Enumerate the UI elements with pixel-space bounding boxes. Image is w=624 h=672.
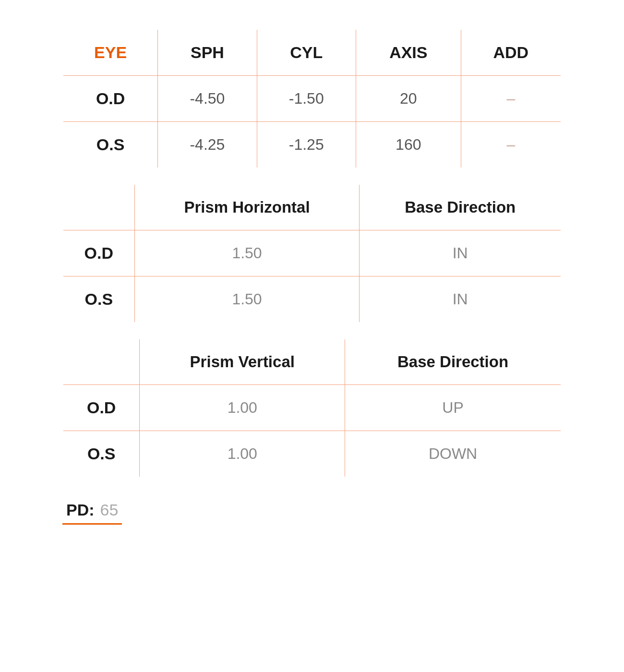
cyl-od: -1.50	[257, 76, 356, 122]
main-prescription-table: EYE SPH CYL AXIS ADD O.D -4.50 -1.50 20 …	[62, 29, 562, 168]
eye-od-3: O.D	[63, 385, 140, 431]
pd-section: PD: 65	[62, 493, 122, 525]
base-h-od: IN	[360, 230, 561, 276]
axis-os: 160	[356, 122, 461, 168]
prism-vertical-table: Prism Vertical Base Direction O.D 1.00 U…	[62, 338, 562, 478]
base-v-os: DOWN	[345, 431, 561, 478]
table2-header-row: Prism Horizontal Base Direction	[63, 184, 561, 230]
add-os: –	[461, 122, 561, 168]
axis-od: 20	[356, 76, 461, 122]
table-row: O.D 1.00 UP	[63, 385, 561, 431]
eye-os-3: O.S	[63, 431, 140, 478]
col-header-base-h: Base Direction	[360, 184, 561, 230]
col-header-base-v: Base Direction	[345, 339, 561, 385]
col-header-empty-2	[63, 184, 134, 230]
eye-os-1: O.S	[63, 122, 158, 168]
main-container: EYE SPH CYL AXIS ADD O.D -4.50 -1.50 20 …	[62, 29, 562, 525]
eye-od-2: O.D	[63, 230, 134, 276]
base-h-os: IN	[360, 276, 561, 323]
col-header-eye: EYE	[63, 29, 158, 76]
col-header-cyl: CYL	[257, 29, 356, 76]
sph-os: -4.25	[158, 122, 257, 168]
col-header-prism-h: Prism Horizontal	[134, 184, 360, 230]
pd-label: PD:	[66, 501, 95, 519]
col-header-axis: AXIS	[356, 29, 461, 76]
eye-os-2: O.S	[63, 276, 134, 323]
prism-h-os: 1.50	[134, 276, 360, 323]
table-row: O.D 1.50 IN	[63, 230, 561, 276]
table1-header-row: EYE SPH CYL AXIS ADD	[63, 29, 561, 76]
sph-od: -4.50	[158, 76, 257, 122]
prism-v-os: 1.00	[140, 431, 345, 478]
col-header-prism-v: Prism Vertical	[140, 339, 345, 385]
prism-v-od: 1.00	[140, 385, 345, 431]
table3-header-row: Prism Vertical Base Direction	[63, 339, 561, 385]
table-row: O.S 1.50 IN	[63, 276, 561, 323]
prism-h-od: 1.50	[134, 230, 360, 276]
col-header-add: ADD	[461, 29, 561, 76]
pd-value: 65	[100, 501, 119, 519]
add-od: –	[461, 76, 561, 122]
base-v-od: UP	[345, 385, 561, 431]
table-row: O.D -4.50 -1.50 20 –	[63, 76, 561, 122]
prism-horizontal-table: Prism Horizontal Base Direction O.D 1.50…	[62, 184, 562, 323]
cyl-os: -1.25	[257, 122, 356, 168]
table-row: O.S 1.00 DOWN	[63, 431, 561, 478]
col-header-empty-3	[63, 339, 140, 385]
eye-od-1: O.D	[63, 76, 158, 122]
col-header-sph: SPH	[158, 29, 257, 76]
table-row: O.S -4.25 -1.25 160 –	[63, 122, 561, 168]
